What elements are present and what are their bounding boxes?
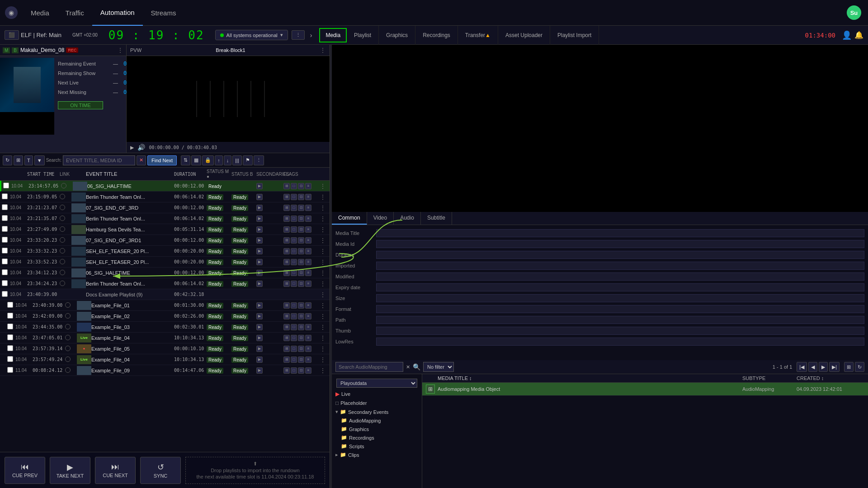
- clear-audio-search-icon[interactable]: ✕: [406, 364, 410, 370]
- lock-btn[interactable]: 🔒: [202, 155, 214, 165]
- row-more-btn[interactable]: ⋮: [320, 248, 326, 255]
- last-page-btn[interactable]: ▶|: [829, 362, 840, 372]
- nav-media[interactable]: Media: [23, 0, 57, 26]
- row-more-btn[interactable]: ⋮: [320, 324, 326, 331]
- table-row[interactable]: 10.04 23:44:35.00 Example_File_03 00:02:…: [0, 322, 330, 333]
- tree-item-secondary-events[interactable]: ▾ 📁 Secondary Events: [332, 408, 422, 416]
- table-row[interactable]: 10.04 23:14:57.05 06_SIG_HALFTIME 00:00:…: [0, 181, 330, 192]
- table-row[interactable]: 10.04 23:57:39.14 ● Example_File_05 00:0…: [0, 343, 330, 354]
- row-check[interactable]: [2, 215, 8, 221]
- flags-btn[interactable]: ⚑: [243, 155, 253, 165]
- table-row[interactable]: 10.04 23:33:32.23 SEH_ELF_TEASER_20 Pl..…: [0, 246, 330, 257]
- up-arrow-btn[interactable]: ↑: [215, 155, 223, 165]
- cols-btn[interactable]: |||: [232, 155, 242, 165]
- row-more-btn[interactable]: ⋮: [320, 334, 326, 342]
- tab-graphics[interactable]: Graphics: [379, 26, 415, 45]
- table-row[interactable]: 10.04 23:57:49.24 Live Example_File_04 1…: [0, 354, 330, 365]
- table-row[interactable]: 10.04 23:27:49.09 Hamburg Sea Devils Tea…: [0, 224, 330, 235]
- cue-prev-btn[interactable]: ⏮ CUE PREV: [5, 457, 45, 484]
- tab-common[interactable]: Common: [332, 212, 367, 225]
- refresh-audio-btn[interactable]: ↻: [855, 362, 864, 372]
- audio-table-row[interactable]: ⊞ Audiomapping Media Object AudioMapping…: [422, 383, 868, 396]
- search-icon[interactable]: 🔍: [413, 363, 420, 371]
- tree-source-select[interactable]: Playoutdata: [336, 379, 417, 388]
- play-btn[interactable]: ▶: [130, 144, 134, 151]
- row-check[interactable]: [3, 183, 9, 188]
- clear-search-btn[interactable]: ✕: [137, 155, 146, 165]
- more-options-btn[interactable]: ⋮: [292, 30, 305, 40]
- view-btn[interactable]: ▦: [191, 155, 201, 165]
- filter-btn[interactable]: ⇅: [181, 155, 190, 165]
- table-row[interactable]: 11.04 00:08:24.12 Example_File_09 00:14:…: [0, 365, 330, 376]
- pvw-more-btn[interactable]: ⋮: [320, 47, 326, 54]
- row-check[interactable]: [2, 204, 8, 210]
- tab-video[interactable]: Video: [367, 212, 394, 225]
- clip-more-btn[interactable]: ⋮: [117, 47, 123, 54]
- row-more-btn[interactable]: ⋮: [320, 215, 326, 222]
- row-more-btn[interactable]: ⋮: [320, 204, 326, 211]
- table-row[interactable]: 10.04 23:21:23.07 07_SIG_END_OF_3RD 00:0…: [0, 202, 330, 213]
- tab-media[interactable]: Media: [319, 28, 347, 42]
- row-more-btn[interactable]: ⋮: [320, 280, 326, 287]
- row-more-btn[interactable]: ⋮: [320, 302, 326, 309]
- tab-playlist-import[interactable]: Playlist Import: [550, 26, 599, 45]
- row-check[interactable]: [2, 280, 8, 286]
- grid-view-btn[interactable]: ⊞: [844, 362, 854, 372]
- prev-page-btn[interactable]: ◀: [808, 362, 817, 372]
- row-check[interactable]: [2, 193, 8, 199]
- row-check[interactable]: [2, 237, 8, 243]
- table-row[interactable]: 10.04 23:33:52.23 SEH_ELF_TEASER_20 Pl..…: [0, 257, 330, 267]
- table-row[interactable]: 10.04 23:40:39.00 Example_File_01 00:01:…: [0, 300, 330, 311]
- filter-dropdown[interactable]: No filter: [423, 362, 454, 372]
- tree-item-clips[interactable]: ▸ 📁 Clips: [332, 450, 422, 459]
- tab-playlist[interactable]: Playlist: [347, 26, 379, 45]
- tab-audio[interactable]: Audio: [394, 212, 421, 225]
- table-row[interactable]: 10.04 23:33:20.23 07_SIG_END_OF_3RD1 00:…: [0, 235, 330, 246]
- row-check[interactable]: [2, 269, 8, 275]
- row-check[interactable]: [7, 302, 13, 308]
- nav-streams[interactable]: Streams: [143, 0, 184, 26]
- row-more-btn[interactable]: ⋮: [320, 356, 326, 363]
- down-btn[interactable]: ▼: [34, 155, 45, 165]
- row-more-btn[interactable]: ⋮: [320, 226, 326, 233]
- group-header-row[interactable]: 10.04 23:40:39.00 Docs Example Playlist …: [0, 289, 330, 300]
- mute-btn[interactable]: 🔊: [137, 144, 145, 151]
- playlist-drop-zone[interactable]: ⬆ Drop playlists to import into the rund…: [185, 457, 325, 484]
- row-check[interactable]: [7, 345, 13, 351]
- row-more-btn[interactable]: ⋮: [320, 193, 326, 201]
- refresh-btn[interactable]: ↻: [3, 155, 12, 165]
- row-check[interactable]: [2, 226, 8, 232]
- take-next-btn[interactable]: ▶ TAKE NEXT: [50, 457, 90, 484]
- audio-search-input[interactable]: [335, 362, 403, 372]
- search-input[interactable]: [63, 155, 135, 165]
- table-row[interactable]: 10.04 23:15:09.05 Berlin Thunder Team On…: [0, 192, 330, 202]
- cue-next-btn[interactable]: ⏭ CUE NEXT: [95, 457, 136, 484]
- tree-item-audiomapping[interactable]: 📁 AudioMapping: [332, 416, 422, 425]
- row-more-btn[interactable]: ⋮: [320, 313, 326, 320]
- row-more-btn[interactable]: ⋮: [320, 237, 326, 244]
- first-page-btn[interactable]: |◀: [797, 362, 807, 372]
- sync-btn[interactable]: ↺ SYNC: [140, 457, 181, 484]
- table-row[interactable]: 10.04 23:21:35.07 Berlin Thunder Team On…: [0, 213, 330, 224]
- row-check[interactable]: [7, 324, 13, 329]
- tab-transfer[interactable]: Transfer ▲: [458, 26, 498, 45]
- tab-asset-uploader[interactable]: Asset Uploader: [498, 26, 550, 45]
- row-check[interactable]: [7, 313, 13, 319]
- next-page-btn[interactable]: ▶: [819, 362, 828, 372]
- nav-automation[interactable]: Automation: [92, 0, 143, 26]
- tree-item-scripts[interactable]: 📁 Scripts: [332, 442, 422, 450]
- row-more-btn[interactable]: ⋮: [320, 269, 326, 277]
- tree-item-recordings[interactable]: 📁 Recordings: [332, 433, 422, 442]
- row-check[interactable]: [7, 367, 13, 373]
- text-btn[interactable]: T: [24, 155, 33, 165]
- row-more-btn[interactable]: ⋮: [320, 291, 326, 298]
- row-check[interactable]: [2, 258, 8, 264]
- nav-arrow-btn[interactable]: ›: [307, 32, 316, 39]
- row-more-btn[interactable]: ⋮: [320, 258, 326, 266]
- table-row[interactable]: 10.04 23:34:24.23 Berlin Thunder Team On…: [0, 278, 330, 289]
- row-check[interactable]: [2, 248, 8, 253]
- table-row[interactable]: 10.04 23:42:09.00 Example_File_02 00:02:…: [0, 311, 330, 322]
- row-more-btn[interactable]: ⋮: [320, 345, 326, 352]
- table-row[interactable]: 10.04 23:34:12.23 06_SIG_HALFTIME 00:00:…: [0, 267, 330, 278]
- table-row[interactable]: 10.04 23:47:05.01 Live Example_File_04 1…: [0, 333, 330, 343]
